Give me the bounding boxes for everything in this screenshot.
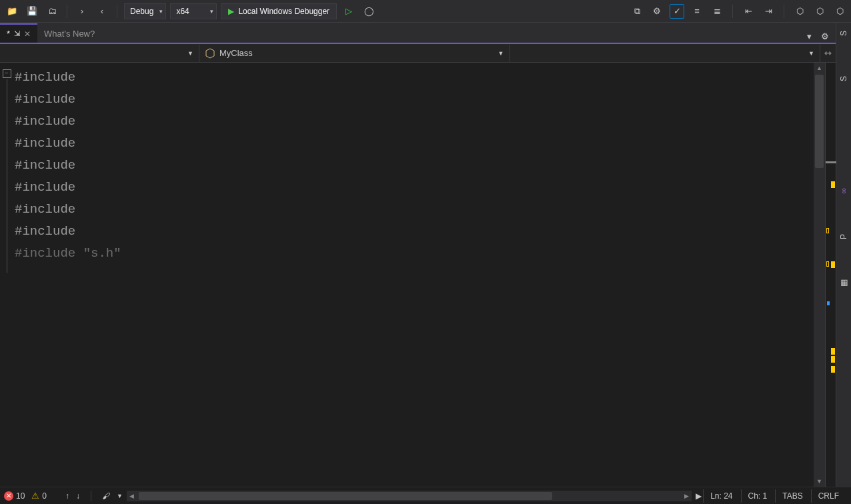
scroll-down-icon[interactable]: ▼ bbox=[814, 476, 825, 487]
indent-mode[interactable]: TABS bbox=[775, 489, 809, 503]
scroll-left-icon[interactable]: ◀ bbox=[127, 491, 137, 501]
side-tab-5[interactable]: ▦ bbox=[839, 279, 848, 287]
brush-icon[interactable]: 🖌 bbox=[102, 491, 110, 501]
warning-icon: ⚠ bbox=[31, 491, 39, 501]
scope-dropdown-3[interactable]: ▼ bbox=[510, 45, 820, 62]
vertical-scrollbar[interactable]: ▲ ▼ bbox=[814, 63, 825, 487]
class-icon bbox=[205, 48, 215, 59]
close-icon[interactable]: ✕ bbox=[24, 29, 31, 39]
document-tab-bar: * ⇲ ✕ What's New? ▾ ⚙ bbox=[0, 23, 836, 43]
code-content[interactable]: #include #include #include #include #inc… bbox=[13, 63, 814, 487]
side-tab-4[interactable]: P bbox=[839, 234, 848, 239]
tabs-overflow-icon[interactable]: ▾ bbox=[802, 29, 816, 43]
save-icon[interactable]: 💾 bbox=[24, 3, 40, 19]
bookmark-prev-icon[interactable]: ⬡ bbox=[812, 4, 827, 19]
code-editor[interactable]: − #include #include #include #include #i… bbox=[0, 63, 836, 487]
side-tab-2[interactable]: S bbox=[839, 76, 848, 81]
tool-icon-3[interactable]: ✓ bbox=[670, 4, 684, 19]
scroll-right-icon[interactable]: ▶ bbox=[681, 491, 692, 501]
overview-ruler[interactable] bbox=[825, 63, 836, 487]
scope-dropdown-1[interactable]: ▼ bbox=[0, 45, 199, 62]
nav-back-icon[interactable]: › bbox=[74, 3, 90, 19]
tool-icon-4[interactable]: ≡ bbox=[690, 4, 704, 19]
bookmark-icon[interactable]: ⬡ bbox=[792, 4, 807, 19]
line-indicator[interactable]: Ln: 24 bbox=[703, 489, 739, 503]
status-bar: ✕ 10 ⚠ 0 ↑ ↓ 🖌 ▼ ◀ ▶ ▶ Ln: 24 Ch: 1 TABS… bbox=[0, 487, 851, 504]
side-tab-3[interactable]: ∞ bbox=[839, 188, 848, 194]
split-editor-icon[interactable]: ⇿ bbox=[820, 45, 836, 62]
indent-right-icon[interactable]: ⇥ bbox=[761, 4, 776, 19]
play-icon: ▶ bbox=[228, 7, 234, 16]
errors-badge[interactable]: ✕ 10 bbox=[4, 491, 25, 501]
vertical-scroll-thumb[interactable] bbox=[815, 75, 824, 168]
config-dropdown[interactable]: Debug bbox=[124, 3, 166, 19]
play-noattach-icon[interactable]: ▷ bbox=[341, 3, 357, 19]
tool-icon-5[interactable]: ≣ bbox=[710, 4, 724, 19]
horizontal-scrollbar[interactable]: ◀ ▶ bbox=[127, 491, 692, 501]
column-indicator[interactable]: Ch: 1 bbox=[741, 489, 774, 503]
gear-icon[interactable]: ⚙ bbox=[818, 29, 832, 43]
stop-icon[interactable]: ◯ bbox=[361, 3, 377, 19]
indent-left-icon[interactable]: ⇤ bbox=[741, 4, 756, 19]
bookmark-next-icon[interactable]: ⬡ bbox=[832, 4, 847, 19]
eol-mode[interactable]: CRLF bbox=[811, 489, 846, 503]
brush-dropdown-icon[interactable]: ▼ bbox=[117, 493, 123, 499]
warnings-badge[interactable]: ⚠ 0 bbox=[31, 491, 47, 501]
whats-new-tab[interactable]: What's New? bbox=[37, 23, 101, 43]
fold-toggle-icon[interactable]: − bbox=[3, 69, 11, 78]
navigation-bar: ▼ MyClass▼ ▼ ⇿ bbox=[0, 44, 836, 63]
main-toolbar: 📁 💾 🗂 › ‹ Debug x64 ▶ Local Windows Debu… bbox=[0, 0, 851, 23]
scroll-up-icon[interactable]: ▲ bbox=[814, 63, 825, 73]
error-icon: ✕ bbox=[4, 491, 13, 501]
run-icon[interactable]: ▶ bbox=[696, 491, 702, 501]
side-tab-1[interactable]: S bbox=[839, 31, 848, 36]
horizontal-scroll-thumb[interactable] bbox=[139, 492, 552, 500]
nav-prev-issue-icon[interactable]: ↑ bbox=[65, 491, 69, 501]
scope-dropdown-2[interactable]: MyClass▼ bbox=[199, 45, 510, 62]
open-file-icon[interactable]: 📁 bbox=[4, 3, 20, 19]
start-debug-button[interactable]: ▶ Local Windows Debugger bbox=[221, 3, 337, 19]
right-side-panel: S S ∞ P ▦ bbox=[836, 23, 851, 487]
active-document-tab[interactable]: * ⇲ ✕ bbox=[0, 23, 37, 43]
nav-next-issue-icon[interactable]: ↓ bbox=[76, 491, 80, 501]
toolbar-right-icons: ⧉ ⚙ ✓ ≡ ≣ ⇤ ⇥ ⬡ ⬡ ⬡ bbox=[630, 4, 847, 19]
platform-dropdown[interactable]: x64 bbox=[170, 3, 217, 19]
nav-forward-icon[interactable]: ‹ bbox=[94, 3, 110, 19]
save-all-icon[interactable]: 🗂 bbox=[44, 3, 60, 19]
tool-icon-2[interactable]: ⚙ bbox=[650, 4, 664, 19]
gutter[interactable]: − bbox=[0, 63, 13, 487]
pin-icon[interactable]: ⇲ bbox=[14, 29, 20, 38]
tool-icon-1[interactable]: ⧉ bbox=[630, 4, 644, 19]
